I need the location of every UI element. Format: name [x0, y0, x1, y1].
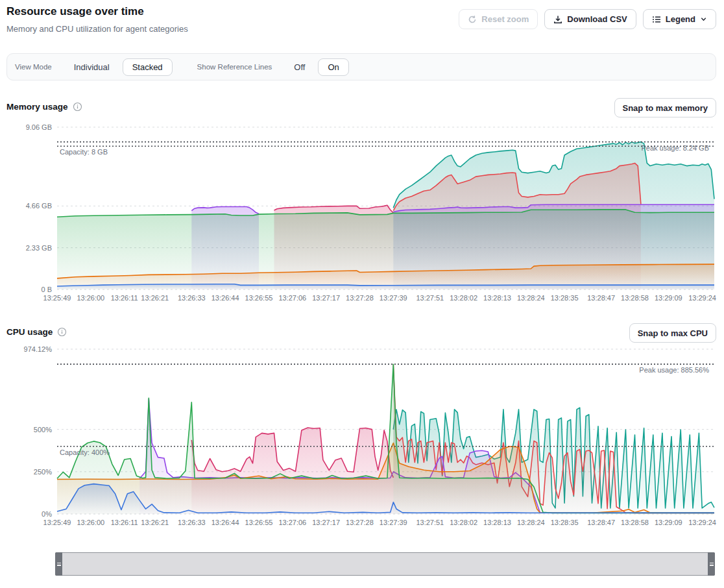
- legend-button[interactable]: Legend: [643, 9, 716, 29]
- svg-text:13:28:58: 13:28:58: [621, 294, 649, 302]
- svg-text:13:28:13: 13:28:13: [483, 294, 511, 302]
- svg-text:13:27:51: 13:27:51: [416, 519, 444, 526]
- svg-text:13:27:51: 13:27:51: [416, 294, 444, 302]
- memory-section-title: Memory usage: [6, 102, 68, 112]
- svg-text:13:27:39: 13:27:39: [380, 519, 407, 526]
- memory-usage-chart[interactable]: 9.06 GB4.66 GB2.33 GB0 BPeak usage: 8.24…: [0, 120, 724, 308]
- svg-text:13:27:17: 13:27:17: [312, 519, 340, 526]
- svg-text:2.33 GB: 2.33 GB: [26, 244, 52, 252]
- svg-text:13:26:11: 13:26:11: [111, 519, 138, 526]
- info-icon[interactable]: [57, 327, 67, 337]
- svg-text:13:26:33: 13:26:33: [178, 519, 206, 526]
- svg-text:13:28:13: 13:28:13: [483, 519, 511, 526]
- chevron-down-icon: [700, 16, 707, 23]
- reset-zoom-button[interactable]: Reset zoom: [459, 9, 538, 29]
- svg-text:13:26:55: 13:26:55: [245, 519, 273, 526]
- svg-text:13:27:06: 13:27:06: [278, 294, 306, 302]
- info-icon[interactable]: [73, 102, 82, 112]
- download-csv-label: Download CSV: [567, 14, 627, 24]
- svg-text:13:29:24: 13:29:24: [688, 519, 716, 526]
- brush-grip: [57, 563, 61, 564]
- svg-text:4.66 GB: 4.66 GB: [26, 202, 52, 210]
- snap-to-max-memory-button[interactable]: Snap to max memory: [614, 98, 717, 117]
- brush-left-handle[interactable]: [55, 552, 62, 576]
- svg-text:Peak usage: 885.56%: Peak usage: 885.56%: [639, 366, 709, 374]
- svg-text:13:29:09: 13:29:09: [655, 294, 682, 302]
- svg-text:13:27:28: 13:27:28: [346, 294, 374, 302]
- download-icon: [553, 15, 562, 24]
- svg-text:13:27:06: 13:27:06: [278, 519, 306, 526]
- snap-to-max-cpu-button[interactable]: Snap to max CPU: [629, 323, 716, 343]
- svg-text:250%: 250%: [34, 468, 52, 476]
- svg-text:13:25:49: 13:25:49: [43, 294, 71, 302]
- view-mode-label: View Mode: [15, 63, 52, 71]
- time-range-brush[interactable]: [55, 552, 715, 576]
- svg-text:13:29:09: 13:29:09: [655, 519, 682, 526]
- svg-text:13:25:49: 13:25:49: [43, 519, 71, 526]
- page-title: Resource usage over time: [6, 5, 144, 18]
- svg-text:13:26:21: 13:26:21: [141, 294, 169, 302]
- svg-text:13:26:00: 13:26:00: [77, 294, 104, 302]
- view-mode-individual-option[interactable]: Individual: [65, 58, 119, 76]
- reference-lines-on-option[interactable]: On: [318, 58, 348, 76]
- page-subtitle: Memory and CPU utilization for agent cat…: [6, 24, 188, 34]
- svg-text:13:27:28: 13:27:28: [346, 519, 374, 526]
- show-reference-lines-label: Show Reference Lines: [197, 63, 272, 71]
- view-mode-stacked-option[interactable]: Stacked: [123, 58, 173, 76]
- legend-list-icon: [652, 15, 661, 24]
- svg-text:13:28:02: 13:28:02: [450, 294, 477, 302]
- refresh-icon: [468, 15, 477, 24]
- svg-text:Capacity: 400%: Capacity: 400%: [60, 448, 110, 456]
- brush-grip: [57, 565, 61, 566]
- svg-text:13:28:35: 13:28:35: [551, 519, 579, 526]
- svg-text:0 B: 0 B: [41, 286, 52, 293]
- brush-grip: [710, 565, 714, 566]
- svg-text:13:26:21: 13:26:21: [141, 519, 169, 526]
- svg-text:13:28:24: 13:28:24: [517, 519, 545, 526]
- svg-text:13:26:00: 13:26:00: [77, 519, 104, 526]
- svg-text:500%: 500%: [34, 426, 52, 434]
- svg-text:9.06 GB: 9.06 GB: [26, 123, 52, 131]
- svg-text:13:28:58: 13:28:58: [621, 519, 649, 526]
- svg-text:13:28:35: 13:28:35: [551, 294, 579, 302]
- svg-text:13:26:44: 13:26:44: [211, 519, 239, 526]
- view-controls-bar: View Mode Individual Stacked Show Refere…: [6, 53, 716, 80]
- toolbar: Reset zoom Download CSV Legend: [459, 9, 716, 29]
- legend-label: Legend: [666, 14, 695, 24]
- download-csv-button[interactable]: Download CSV: [544, 9, 636, 29]
- memory-section-header: Memory usage: [6, 102, 82, 112]
- svg-text:13:29:24: 13:29:24: [688, 294, 716, 302]
- svg-text:0%: 0%: [42, 510, 52, 518]
- svg-text:974.12%: 974.12%: [24, 345, 53, 353]
- cpu-section-title: CPU usage: [6, 327, 53, 337]
- cpu-usage-chart[interactable]: 974.12%500%250%0%Peak usage: 885.56%Capa…: [0, 344, 724, 533]
- svg-text:13:26:44: 13:26:44: [211, 294, 239, 302]
- svg-text:13:28:47: 13:28:47: [587, 294, 615, 302]
- svg-text:13:26:55: 13:26:55: [245, 294, 273, 302]
- svg-text:13:28:47: 13:28:47: [587, 519, 615, 526]
- svg-text:13:27:17: 13:27:17: [312, 294, 340, 302]
- brush-right-handle[interactable]: [708, 552, 715, 576]
- brush-grip: [710, 563, 714, 564]
- reset-zoom-label: Reset zoom: [481, 14, 529, 24]
- svg-text:13:26:33: 13:26:33: [178, 294, 206, 302]
- svg-text:13:28:24: 13:28:24: [517, 294, 545, 302]
- svg-text:13:27:39: 13:27:39: [380, 294, 407, 302]
- svg-text:Peak usage: 8.24 GB: Peak usage: 8.24 GB: [641, 144, 709, 152]
- svg-text:Capacity: 8 GB: Capacity: 8 GB: [60, 148, 108, 156]
- reference-lines-off-option[interactable]: Off: [285, 58, 314, 76]
- cpu-section-header: CPU usage: [6, 327, 67, 337]
- svg-text:13:28:02: 13:28:02: [450, 519, 477, 526]
- svg-text:13:26:11: 13:26:11: [111, 294, 138, 302]
